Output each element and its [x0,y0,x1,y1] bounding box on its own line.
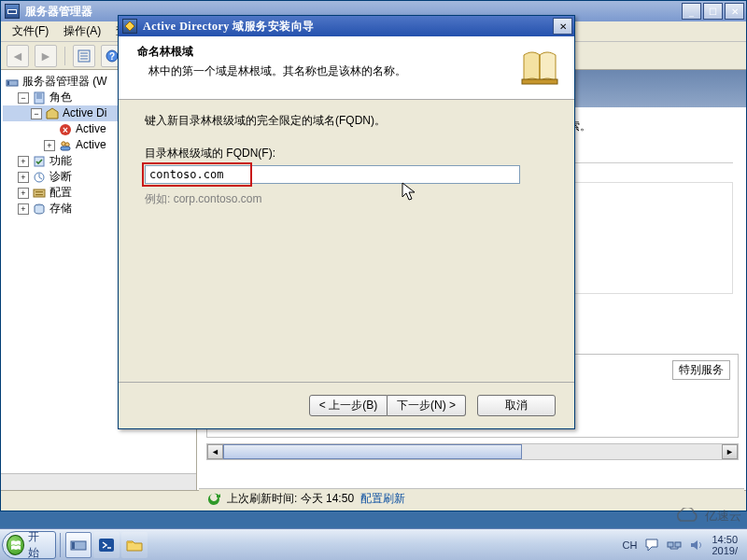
tree-ad-sub1-label: Active [76,121,106,137]
svg-rect-20 [35,191,43,192]
wizard-titlebar[interactable]: Active Directory 域服务安装向导 ✕ [119,16,574,36]
ad-icon [45,107,60,120]
details-hscrollbar[interactable]: ◄ ► [206,443,739,460]
menu-action[interactable]: 操作(A) [56,21,108,41]
svg-marker-11 [47,108,58,119]
server-icon [5,76,20,89]
refresh-time: 今天 14:50 [301,491,354,507]
ad-ds-install-wizard: Active Directory 域服务安装向导 ✕ 命名林根域 林中的第一个域… [118,15,575,429]
svg-rect-9 [7,81,9,85]
roles-icon [32,91,47,105]
svg-rect-16 [61,147,70,150]
watermark-text: 亿速云 [705,508,741,525]
windows-logo-icon [7,535,24,555]
wizard-content: 键入新目录林根级域的完全限定的域名(FQDN)。 目录林根级域的 FQDN(F)… [119,100,574,382]
config-icon [32,187,47,200]
users-icon [58,139,73,152]
expand-icon[interactable]: + [18,172,29,183]
refresh-configure-link[interactable]: 配置刷新 [360,491,405,507]
tree-config-label: 配置 [49,185,72,201]
network-icon[interactable] [667,538,682,553]
tree-features-label: 功能 [49,153,72,169]
tree-roles-label: 角色 [49,90,72,105]
wizard-close-button[interactable]: ✕ [553,18,572,35]
svg-rect-24 [522,79,557,84]
storage-icon [32,203,47,216]
fqdn-label: 目录林根级域的 FQDN(F): [145,146,548,161]
main-title: 服务器管理器 [25,4,92,20]
wizard-icon [122,19,137,34]
system-tray: CH 14:50 2019/ [613,529,747,560]
hscroll-right-button[interactable]: ► [722,444,738,459]
wizard-subheading: 林中的第一个域是林根域。其名称也是该林的名称。 [137,63,561,79]
diagnostics-icon [32,171,47,184]
tree-ad-label: Active Di [63,105,106,121]
svg-text:×: × [63,125,68,135]
hscroll-track[interactable] [223,444,722,459]
server-manager-icon [5,4,20,19]
expand-icon[interactable]: + [18,156,29,167]
start-button[interactable]: 开始 [2,531,56,559]
wizard-heading: 命名林根域 [137,44,561,60]
svg-text:?: ? [109,51,115,62]
tree-hscrollbar[interactable] [1,473,196,490]
expand-icon[interactable]: + [44,140,55,151]
toolbar-forward-button[interactable]: ► [35,45,57,67]
svg-rect-30 [675,542,681,547]
wizard-title: Active Directory 域服务安装向导 [143,19,315,35]
clock-date: 2019/ [712,545,738,556]
svg-rect-28 [127,541,133,543]
wizard-instruction: 键入新目录林根级域的完全限定的域名(FQDN)。 [145,113,548,129]
watermark: 亿速云 [673,508,741,525]
action-center-icon[interactable] [644,538,659,553]
taskbar-server-manager-button[interactable] [65,532,92,558]
refresh-icon [206,492,221,507]
toolbar-properties-button[interactable] [73,45,95,67]
error-icon: × [58,123,73,136]
svg-marker-23 [125,21,134,31]
svg-rect-21 [35,194,43,195]
main-minimize-button[interactable]: _ [682,3,701,20]
features-icon [32,155,47,168]
tree-diagnostics-label: 诊断 [49,169,72,185]
expand-icon[interactable]: + [18,188,29,199]
taskbar-separator [60,533,61,557]
hscroll-thumb[interactable] [223,444,522,459]
taskbar-clock[interactable]: 14:50 2019/ [712,534,738,556]
tree-root-label: 服务器管理器 (W [22,74,107,90]
language-indicator[interactable]: CH [623,539,638,551]
refresh-label: 上次刷新时间: [227,491,297,507]
toolbar-separator [64,47,65,65]
wizard-footer: < 上一步(B) 下一步(N) > 取消 [119,382,574,428]
book-icon [518,46,561,89]
collapse-icon[interactable]: − [18,92,29,104]
refresh-status-bar: 上次刷新时间: 今天 14:50 配置刷新 [199,488,744,509]
svg-rect-29 [668,542,673,547]
start-label: 开始 [28,529,48,561]
expand-icon[interactable]: + [18,203,29,215]
wizard-next-button[interactable]: 下一步(N) > [388,395,466,416]
wizard-header: 命名林根域 林中的第一个域是林根域。其名称也是该林的名称。 [119,36,574,100]
cloud-icon [673,508,701,525]
clock-time: 14:50 [712,534,738,545]
svg-rect-1 [8,10,16,13]
fqdn-example: 例如: corp.contoso.com [145,191,548,207]
menu-file[interactable]: 文件(F) [5,21,56,41]
toolbar-back-button[interactable]: ◄ [7,45,29,67]
main-maximize-button[interactable]: ☐ [703,3,723,20]
special-services-button[interactable]: 特别服务 [672,360,730,380]
volume-icon[interactable] [689,538,704,553]
svg-rect-19 [34,189,45,197]
svg-rect-26 [72,542,75,549]
collapse-icon[interactable]: − [31,108,42,119]
hscroll-left-button[interactable]: ◄ [207,444,223,459]
main-close-button[interactable]: ✕ [725,3,744,20]
taskbar-powershell-button[interactable] [93,532,120,558]
tree-storage-label: 存储 [49,201,72,217]
tree-ad-sub2-label: Active [76,137,106,153]
wizard-back-button[interactable]: < 上一步(B) [309,395,388,416]
fqdn-input[interactable] [145,165,520,184]
wizard-cancel-button[interactable]: 取消 [477,395,556,416]
taskbar: 开始 CH 14:50 2019/ [0,528,747,560]
taskbar-explorer-button[interactable] [121,532,148,558]
